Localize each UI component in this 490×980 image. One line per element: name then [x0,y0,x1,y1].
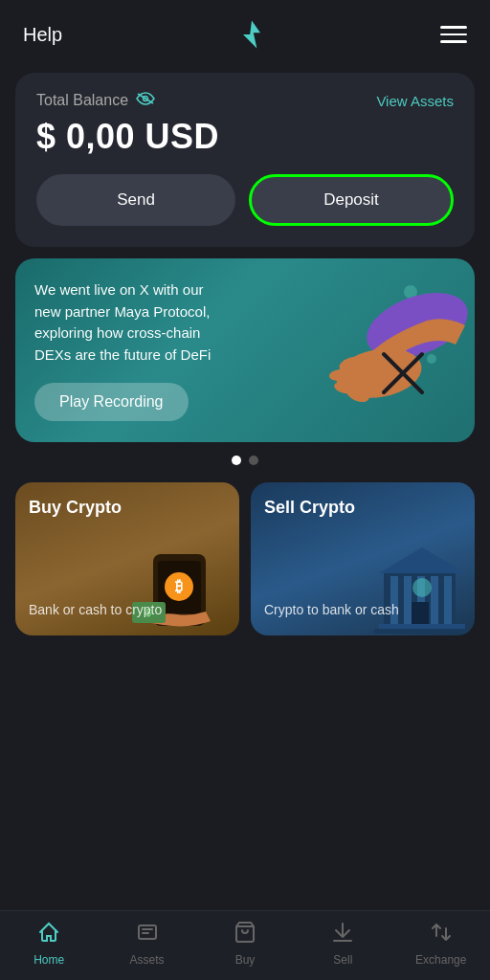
nav-assets-label: Assets [130,953,165,967]
banner-text: We went live on X with our new partner M… [34,279,226,366]
sell-icon [331,921,354,949]
buy-illustration: ₿ $ [124,540,239,635]
carousel-dots [0,456,490,465]
dot-1[interactable] [232,456,241,465]
nav-exchange[interactable]: Exchange [412,921,470,967]
nav-home[interactable]: Home [20,921,78,967]
menu-line-1 [440,26,467,29]
app-logo [234,17,269,52]
sell-crypto-card[interactable]: Sell Crypto Crypto t [251,482,475,635]
svg-rect-24 [379,624,465,629]
balance-card: Total Balance View Assets $ 0,00 USD Sen… [15,73,475,247]
balance-label-row: Total Balance [36,92,155,109]
nav-buy-label: Buy [235,953,256,967]
help-button[interactable]: Help [23,24,62,46]
bottom-navigation: Home Assets Buy Sell [0,910,490,980]
sell-crypto-subtitle: Crypto to bank or cash [264,601,461,620]
sell-illustration [369,540,475,635]
nav-sell-label: Sell [333,953,352,967]
deposit-button[interactable]: Deposit [249,174,454,226]
balance-label: Total Balance [36,92,128,109]
send-button[interactable]: Send [36,174,235,226]
nav-assets[interactable]: Assets [119,921,176,967]
app-header: Help [0,0,490,65]
svg-marker-17 [379,547,465,573]
menu-line-3 [440,40,467,43]
home-icon [37,921,60,949]
banner-card: We went live on X with our new partner M… [15,258,475,442]
balance-amount: $ 0,00 USD [36,117,454,157]
balance-actions: Send Deposit [36,174,454,226]
nav-sell[interactable]: Sell [314,921,371,967]
action-cards: Buy Crypto ₿ $ Bank or cash to crypto Se… [15,482,475,635]
banner-illustration [293,268,475,431]
buy-crypto-title: Buy Crypto [29,498,226,518]
view-assets-link[interactable]: View Assets [376,93,454,109]
assets-icon [136,921,159,949]
buy-crypto-card[interactable]: Buy Crypto ₿ $ Bank or cash to crypto [15,482,239,635]
buy-icon [234,921,256,949]
play-recording-button[interactable]: Play Recording [34,383,189,421]
buy-crypto-subtitle: Bank or cash to crypto [29,601,226,620]
balance-header: Total Balance View Assets [36,92,454,109]
menu-line-2 [440,33,467,36]
svg-text:₿: ₿ [175,578,183,594]
exchange-icon [430,921,453,949]
nav-buy[interactable]: Buy [216,921,274,967]
sell-crypto-title: Sell Crypto [264,498,461,518]
nav-exchange-label: Exchange [415,953,466,967]
dot-2[interactable] [249,456,258,465]
svg-point-26 [412,578,432,597]
nav-home-label: Home [33,953,64,967]
hide-balance-icon[interactable] [136,92,155,109]
svg-rect-25 [374,629,470,634]
menu-button[interactable] [440,26,467,43]
